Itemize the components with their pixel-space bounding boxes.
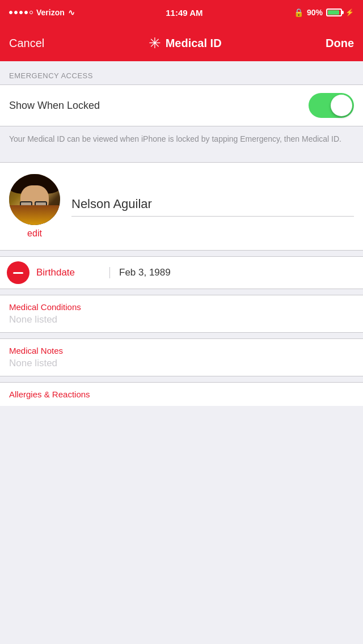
remove-birthdate-button[interactable]: [7, 261, 29, 284]
show-when-locked-label: Show When Locked: [9, 100, 100, 112]
medical-notes-section: Medical Notes None listed: [0, 338, 363, 376]
status-bar-left: Verizon ∿: [9, 8, 75, 17]
minus-icon: [13, 272, 23, 274]
allergies-label: Allergies & Reactions: [9, 389, 354, 399]
medical-conditions-value[interactable]: None listed: [9, 314, 354, 325]
birthdate-value[interactable]: Feb 3, 1989: [110, 267, 363, 278]
status-bar-right: 🔒 90% ⚡: [294, 8, 354, 17]
nav-title: ✳ Medical ID: [149, 35, 222, 52]
profile-section: edit Nelson Aguilar: [0, 162, 363, 251]
medical-conditions-section: Medical Conditions None listed: [0, 295, 363, 333]
toggle-knob: [331, 95, 352, 116]
done-button[interactable]: Done: [326, 32, 354, 54]
data-section: Birthdate Feb 3, 1989: [0, 256, 363, 289]
show-when-locked-toggle[interactable]: [309, 93, 354, 118]
avatar-body: [9, 205, 60, 225]
avatar-container: edit: [9, 174, 60, 239]
edit-avatar-button[interactable]: edit: [27, 228, 42, 239]
status-time: 11:49 AM: [166, 8, 202, 18]
avatar-inner: [9, 174, 60, 225]
lock-icon: 🔒: [294, 8, 303, 17]
medical-conditions-label: Medical Conditions: [9, 302, 354, 312]
battery-icon: [326, 9, 342, 16]
allergies-section: Allergies & Reactions: [0, 382, 363, 406]
wifi-icon: ∿: [68, 8, 75, 17]
medical-notes-label: Medical Notes: [9, 346, 354, 355]
nav-title-text: Medical ID: [166, 37, 222, 50]
nav-bar: Cancel ✳ Medical ID Done: [0, 25, 363, 61]
battery-percent: 90%: [307, 8, 323, 17]
birthdate-label: Birthdate: [36, 267, 110, 278]
carrier-label: Verizon: [36, 8, 65, 17]
show-when-locked-row: Show When Locked: [0, 85, 363, 126]
medical-notes-value[interactable]: None listed: [9, 358, 354, 369]
emergency-access-description: Your Medical ID can be viewed when iPhon…: [0, 126, 363, 156]
cancel-button[interactable]: Cancel: [9, 32, 44, 54]
charging-icon: ⚡: [345, 9, 354, 16]
medical-id-icon: ✳: [149, 35, 161, 52]
avatar: [9, 174, 60, 225]
signal-icon: [9, 11, 33, 14]
emergency-access-card: Show When Locked: [0, 84, 363, 126]
profile-name: Nelson Aguilar: [71, 197, 354, 217]
emergency-access-header: EMERGENCY ACCESS: [0, 61, 363, 84]
birthdate-row: Birthdate Feb 3, 1989: [0, 257, 363, 289]
status-bar: Verizon ∿ 11:49 AM 🔒 90% ⚡: [0, 0, 363, 25]
